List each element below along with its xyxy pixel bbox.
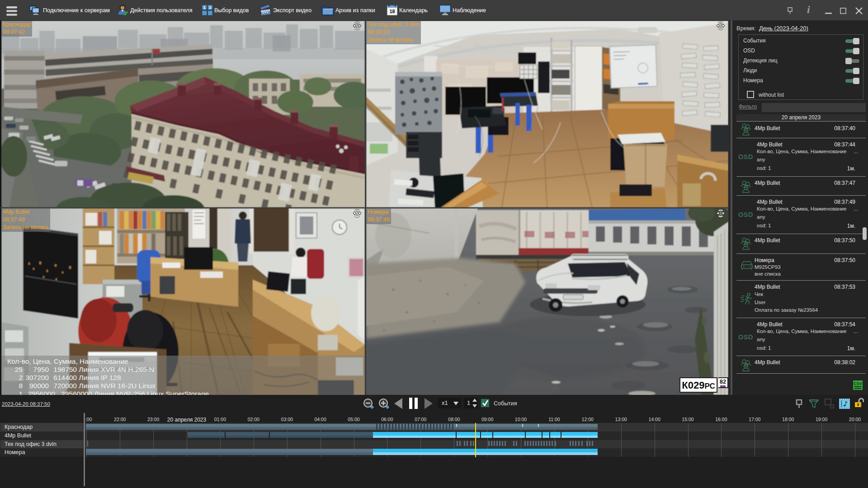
svg-text:2: 2: [356, 211, 359, 216]
svg-text:1: 1: [203, 5, 205, 10]
svg-text:2: 2: [356, 23, 359, 28]
svg-text:2: 2: [719, 211, 722, 216]
svg-text:2: 2: [209, 5, 211, 10]
svg-text:CSV: CSV: [854, 381, 863, 386]
svg-text:2: 2: [719, 23, 722, 28]
svg-text:18: 18: [389, 9, 395, 14]
